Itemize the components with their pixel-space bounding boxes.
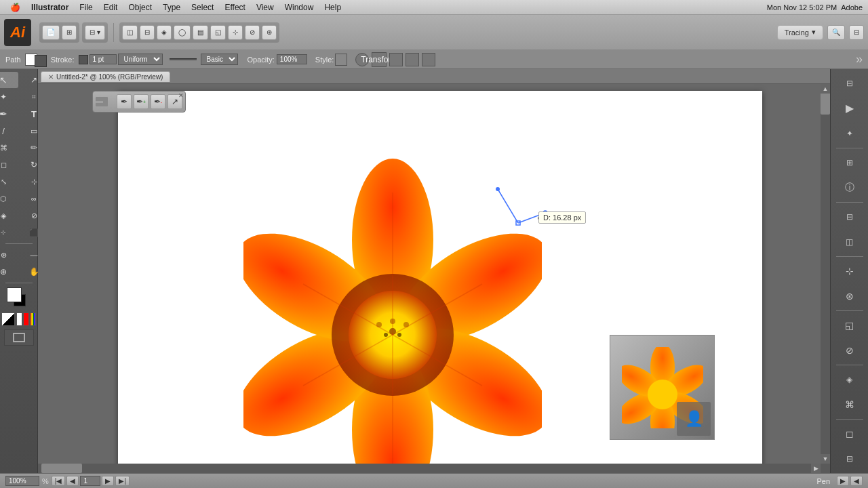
rp-swatches-btn[interactable]: ◈ (835, 368, 865, 392)
pathfinder-button[interactable]: ◈ (157, 25, 172, 40)
rp-graphic-btn[interactable]: ⊟ (835, 447, 865, 470)
menu-type[interactable]: Type (158, 1, 185, 14)
horizontal-scrollbar[interactable]: ▶ (38, 464, 821, 473)
rp-symbol-btn[interactable]: ⊛ (835, 284, 865, 308)
stroke-width-input[interactable] (90, 54, 117, 64)
menu-window[interactable]: Window (280, 1, 319, 14)
rp-info-btn[interactable]: ⓘ (835, 176, 865, 199)
rp-layers-btn[interactable]: ◫ (835, 230, 865, 253)
opacity-input[interactable] (277, 54, 307, 64)
menu-view[interactable]: View (252, 1, 279, 14)
tracing-button[interactable]: Tracing ▾ (777, 25, 823, 40)
search-button[interactable]: 🔍 (827, 25, 845, 40)
brushes-btn[interactable]: ⊘ (245, 25, 260, 40)
artboard: D: 16.28 px ✒ (118, 91, 762, 473)
last-page-button[interactable]: ▶| (115, 476, 130, 486)
rp-img-btn[interactable]: ◻ (835, 422, 865, 446)
canvas-viewport[interactable]: D: 16.28 px ✒ (38, 84, 830, 473)
symbol-tool[interactable]: ⊛ (0, 247, 18, 263)
first-page-button[interactable]: |◀ (52, 476, 66, 486)
next-page-button[interactable]: ▶ (102, 476, 114, 486)
stroke-swatch[interactable] (35, 55, 47, 67)
menu-file[interactable]: File (75, 1, 97, 14)
swatches-btn[interactable]: ⊛ (262, 25, 277, 40)
page-input[interactable] (80, 476, 100, 486)
apple-menu[interactable]: 🍎 (5, 1, 25, 14)
style-preview (335, 54, 347, 66)
transform-panel-btn[interactable]: Transform (372, 52, 387, 67)
paintbrush-tool[interactable]: ⌘ (0, 140, 18, 156)
play-stop-button[interactable]: ▶ (837, 476, 849, 486)
symbols-btn[interactable]: ⊹ (228, 25, 243, 40)
toolbar-group-2: ⊟ ▾ (82, 22, 108, 43)
rp-play-btn[interactable]: ▶ (835, 97, 865, 121)
rp-arrange-btn[interactable]: ⊹ (835, 260, 865, 283)
menu-select[interactable]: Select (186, 1, 218, 14)
menu-edit[interactable]: Edit (99, 1, 123, 14)
svg-point-12 (397, 333, 401, 337)
scroll-right-button[interactable]: ▶ (811, 464, 821, 473)
pen-tool[interactable]: ✒ (0, 106, 18, 122)
eraser-tool[interactable]: ◻ (0, 157, 18, 173)
pen-anchor-tool[interactable]: ✒ (117, 94, 132, 109)
stroke-preview (170, 58, 197, 60)
extra-btn-2[interactable] (406, 53, 419, 66)
menu-effect[interactable]: Effect (220, 1, 250, 14)
foreground-swatch[interactable] (7, 287, 22, 302)
rp-brush-btn[interactable]: ⌘ (835, 392, 865, 416)
rp-sep-3 (836, 256, 863, 257)
gradient-tool[interactable]: ◈ (0, 207, 18, 224)
stroke-button[interactable]: ◯ (174, 25, 191, 40)
app-logo: Ai (4, 19, 31, 46)
mesh-tool[interactable]: ⊹ (0, 224, 18, 241)
color-mode-btn[interactable] (1, 312, 15, 326)
collapse-button[interactable]: ⊟ (849, 25, 864, 40)
shape-builder-tool[interactable]: ⬡ (0, 190, 18, 207)
extra-btn-3[interactable] (422, 53, 435, 66)
extra-btn-1[interactable] (389, 53, 403, 66)
stroke-color-swatch[interactable] (79, 55, 88, 64)
prev-page-button[interactable]: ◀ (66, 476, 79, 486)
vertical-scrollbar[interactable]: ▲ ▼ (821, 84, 830, 473)
canvas-area: ✕ Untitled-2* @ 100% (RGB/Preview) (38, 69, 830, 473)
zoom-input[interactable] (5, 476, 39, 486)
rp-action-btn[interactable]: ◱ (835, 314, 865, 338)
svg-point-31 (648, 380, 677, 409)
add-anchor-tool[interactable]: ✒+ (134, 94, 149, 109)
stroke-type-select[interactable]: Uniform (118, 54, 163, 65)
new-file-button[interactable]: 📄 (42, 25, 60, 40)
align-button[interactable]: ⊟ (140, 25, 155, 40)
gradient-btn2[interactable]: ▤ (193, 25, 208, 40)
color-mode-group (1, 312, 36, 326)
menu-illustrator[interactable]: Illustrator (26, 1, 73, 14)
horizontal-scrollbar-thumb[interactable] (41, 464, 82, 473)
menu-object[interactable]: Object (123, 1, 157, 14)
tab-bar: ✕ Untitled-2* @ 100% (RGB/Preview) (38, 69, 830, 84)
zoom-tool[interactable]: ⊕ (0, 264, 18, 280)
rp-navigate-btn[interactable]: ⊟ (835, 72, 865, 96)
rectangle-tool-large[interactable] (4, 329, 34, 346)
menu-help[interactable]: Help (319, 1, 346, 14)
panel-expand-icon[interactable]: » (856, 52, 863, 66)
transform-button[interactable]: ◫ (122, 25, 138, 40)
remove-anchor-tool[interactable]: ✒- (151, 94, 165, 109)
line-tool[interactable]: / (0, 123, 18, 139)
rp-link-btn[interactable]: ⊘ (835, 338, 865, 362)
bridge-button[interactable]: ⊞ (62, 25, 77, 40)
document-tab[interactable]: ✕ Untitled-2* @ 100% (RGB/Preview) (41, 71, 170, 82)
rp-transform-btn[interactable]: ⊞ (835, 151, 865, 175)
rp-star-btn[interactable]: ✦ (835, 121, 865, 145)
rp-align-btn[interactable]: ⊟ (835, 205, 865, 229)
float-toolbar-close[interactable]: ✕ (178, 92, 184, 99)
rewind-button[interactable]: ◀ (850, 476, 863, 486)
magic-wand-tool[interactable]: ✦ (0, 89, 18, 105)
scale-tool[interactable]: ⤡ (0, 174, 18, 190)
arrange-button[interactable]: ⊟ ▾ (85, 25, 105, 40)
transparency-btn[interactable]: ◱ (210, 25, 226, 40)
tab-close-icon[interactable]: ✕ (48, 73, 54, 81)
stroke-label: Stroke: (51, 56, 75, 64)
brush-type-select[interactable]: Basic (201, 54, 238, 65)
scroll-up-button[interactable]: ▲ (821, 84, 830, 94)
selection-tool[interactable]: ↖ (0, 72, 18, 88)
scroll-down-button[interactable]: ▼ (821, 454, 830, 464)
